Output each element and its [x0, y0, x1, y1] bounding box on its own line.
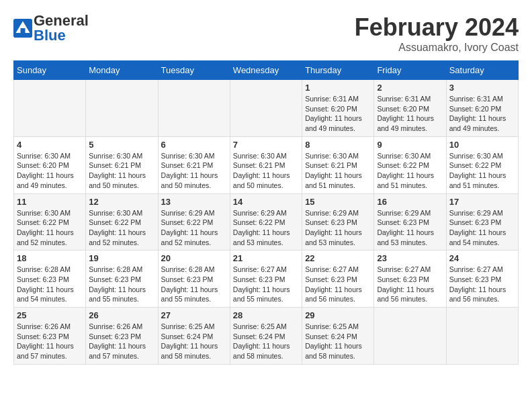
day-info: Sunrise: 6:28 AMSunset: 6:23 PMDaylight:… — [17, 265, 83, 304]
day-number: 16 — [377, 197, 443, 207]
day-info: Sunrise: 6:29 AMSunset: 6:22 PMDaylight:… — [161, 208, 227, 248]
weekday-header: Friday — [374, 61, 446, 80]
logo-icon — [13, 19, 32, 38]
day-number: 25 — [17, 310, 83, 320]
day-info: Sunrise: 6:30 AMSunset: 6:22 PMDaylight:… — [449, 151, 515, 191]
day-number: 4 — [17, 140, 83, 150]
day-info: Sunrise: 6:31 AMSunset: 6:20 PMDaylight:… — [305, 94, 371, 134]
day-info: Sunrise: 6:27 AMSunset: 6:23 PMDaylight:… — [377, 265, 443, 304]
calendar-cell: 23Sunrise: 6:27 AMSunset: 6:23 PMDayligh… — [374, 250, 446, 308]
day-info: Sunrise: 6:31 AMSunset: 6:20 PMDaylight:… — [377, 94, 443, 134]
day-number: 24 — [449, 253, 515, 263]
day-info: Sunrise: 6:25 AMSunset: 6:24 PMDaylight:… — [161, 322, 227, 361]
day-info: Sunrise: 6:29 AMSunset: 6:23 PMDaylight:… — [377, 208, 443, 248]
calendar-cell: 15Sunrise: 6:29 AMSunset: 6:23 PMDayligh… — [302, 193, 374, 250]
day-info: Sunrise: 6:31 AMSunset: 6:20 PMDaylight:… — [449, 94, 515, 134]
logo-text: General Blue — [34, 13, 89, 43]
calendar-cell — [158, 80, 230, 137]
day-number: 7 — [233, 140, 299, 150]
calendar-week: 4Sunrise: 6:30 AMSunset: 6:20 PMDaylight… — [14, 136, 519, 193]
calendar-body: 1Sunrise: 6:31 AMSunset: 6:20 PMDaylight… — [14, 80, 519, 365]
day-info: Sunrise: 6:30 AMSunset: 6:21 PMDaylight:… — [233, 151, 299, 191]
calendar-cell: 21Sunrise: 6:27 AMSunset: 6:23 PMDayligh… — [230, 250, 302, 308]
calendar-cell — [446, 308, 518, 365]
calendar-header: SundayMondayTuesdayWednesdayThursdayFrid… — [14, 61, 519, 80]
calendar-cell: 29Sunrise: 6:25 AMSunset: 6:24 PMDayligh… — [302, 308, 374, 365]
weekday-header: Sunday — [14, 61, 86, 80]
calendar-cell: 11Sunrise: 6:30 AMSunset: 6:22 PMDayligh… — [14, 193, 86, 250]
calendar-table: SundayMondayTuesdayWednesdayThursdayFrid… — [13, 60, 519, 365]
day-info: Sunrise: 6:27 AMSunset: 6:23 PMDaylight:… — [305, 265, 371, 304]
calendar-week: 25Sunrise: 6:26 AMSunset: 6:23 PMDayligh… — [14, 308, 519, 365]
day-info: Sunrise: 6:29 AMSunset: 6:22 PMDaylight:… — [233, 208, 299, 248]
day-info: Sunrise: 6:26 AMSunset: 6:23 PMDaylight:… — [17, 322, 83, 361]
day-number: 1 — [305, 83, 371, 93]
page-header: General Blue February 2024 Assuamakro, I… — [13, 13, 519, 54]
day-number: 20 — [161, 253, 227, 263]
day-info: Sunrise: 6:26 AMSunset: 6:23 PMDaylight:… — [89, 322, 154, 361]
calendar-cell: 20Sunrise: 6:28 AMSunset: 6:23 PMDayligh… — [158, 250, 230, 308]
calendar-cell — [374, 308, 446, 365]
calendar-cell: 12Sunrise: 6:30 AMSunset: 6:22 PMDayligh… — [86, 193, 158, 250]
day-info: Sunrise: 6:30 AMSunset: 6:21 PMDaylight:… — [89, 151, 154, 191]
day-info: Sunrise: 6:30 AMSunset: 6:22 PMDaylight:… — [377, 151, 443, 191]
calendar-cell: 5Sunrise: 6:30 AMSunset: 6:21 PMDaylight… — [86, 136, 158, 193]
calendar-cell: 8Sunrise: 6:30 AMSunset: 6:21 PMDaylight… — [302, 136, 374, 193]
day-number: 27 — [161, 310, 227, 320]
day-number: 26 — [89, 310, 154, 320]
weekday-header: Monday — [86, 61, 158, 80]
calendar-cell: 19Sunrise: 6:28 AMSunset: 6:23 PMDayligh… — [86, 250, 158, 308]
day-number: 5 — [89, 140, 154, 150]
day-number: 8 — [305, 140, 371, 150]
calendar-cell: 6Sunrise: 6:30 AMSunset: 6:21 PMDaylight… — [158, 136, 230, 193]
weekday-header: Tuesday — [158, 61, 230, 80]
calendar-cell: 4Sunrise: 6:30 AMSunset: 6:20 PMDaylight… — [14, 136, 86, 193]
day-number: 11 — [17, 197, 83, 207]
day-info: Sunrise: 6:28 AMSunset: 6:23 PMDaylight:… — [161, 265, 227, 304]
day-info: Sunrise: 6:29 AMSunset: 6:23 PMDaylight:… — [305, 208, 371, 248]
weekday-header: Wednesday — [230, 61, 302, 80]
day-number: 21 — [233, 253, 299, 263]
day-number: 28 — [233, 310, 299, 320]
day-info: Sunrise: 6:27 AMSunset: 6:23 PMDaylight:… — [233, 265, 299, 304]
day-info: Sunrise: 6:30 AMSunset: 6:22 PMDaylight:… — [17, 208, 83, 248]
day-number: 6 — [161, 140, 227, 150]
calendar-cell: 28Sunrise: 6:25 AMSunset: 6:24 PMDayligh… — [230, 308, 302, 365]
day-number: 13 — [161, 197, 227, 207]
calendar-cell: 9Sunrise: 6:30 AMSunset: 6:22 PMDaylight… — [374, 136, 446, 193]
day-number: 22 — [305, 253, 371, 263]
calendar-cell: 27Sunrise: 6:25 AMSunset: 6:24 PMDayligh… — [158, 308, 230, 365]
day-number: 15 — [305, 197, 371, 207]
subtitle: Assuamakro, Ivory Coast — [355, 42, 519, 54]
day-number: 18 — [17, 253, 83, 263]
day-number: 3 — [449, 83, 515, 93]
day-number: 17 — [449, 197, 515, 207]
title-area: February 2024 Assuamakro, Ivory Coast — [355, 13, 519, 54]
calendar-cell — [14, 80, 86, 137]
calendar-cell: 25Sunrise: 6:26 AMSunset: 6:23 PMDayligh… — [14, 308, 86, 365]
day-info: Sunrise: 6:30 AMSunset: 6:20 PMDaylight:… — [17, 151, 83, 191]
calendar-week: 18Sunrise: 6:28 AMSunset: 6:23 PMDayligh… — [14, 250, 519, 308]
calendar-cell — [86, 80, 158, 137]
day-info: Sunrise: 6:30 AMSunset: 6:21 PMDaylight:… — [161, 151, 227, 191]
day-info: Sunrise: 6:30 AMSunset: 6:22 PMDaylight:… — [89, 208, 154, 248]
day-number: 10 — [449, 140, 515, 150]
day-number: 9 — [377, 140, 443, 150]
calendar-cell: 7Sunrise: 6:30 AMSunset: 6:21 PMDaylight… — [230, 136, 302, 193]
calendar-cell: 24Sunrise: 6:27 AMSunset: 6:23 PMDayligh… — [446, 250, 518, 308]
day-info: Sunrise: 6:25 AMSunset: 6:24 PMDaylight:… — [305, 322, 371, 361]
calendar-week: 1Sunrise: 6:31 AMSunset: 6:20 PMDaylight… — [14, 80, 519, 137]
day-info: Sunrise: 6:27 AMSunset: 6:23 PMDaylight:… — [449, 265, 515, 304]
calendar-cell — [230, 80, 302, 137]
day-number: 29 — [305, 310, 371, 320]
calendar-cell: 22Sunrise: 6:27 AMSunset: 6:23 PMDayligh… — [302, 250, 374, 308]
calendar-cell: 1Sunrise: 6:31 AMSunset: 6:20 PMDaylight… — [302, 80, 374, 137]
weekday-row: SundayMondayTuesdayWednesdayThursdayFrid… — [14, 61, 519, 80]
day-number: 14 — [233, 197, 299, 207]
day-info: Sunrise: 6:28 AMSunset: 6:23 PMDaylight:… — [89, 265, 154, 304]
day-number: 12 — [89, 197, 154, 207]
calendar-cell: 3Sunrise: 6:31 AMSunset: 6:20 PMDaylight… — [446, 80, 518, 137]
day-info: Sunrise: 6:29 AMSunset: 6:23 PMDaylight:… — [449, 208, 515, 248]
main-title: February 2024 — [355, 13, 519, 42]
day-number: 19 — [89, 253, 154, 263]
